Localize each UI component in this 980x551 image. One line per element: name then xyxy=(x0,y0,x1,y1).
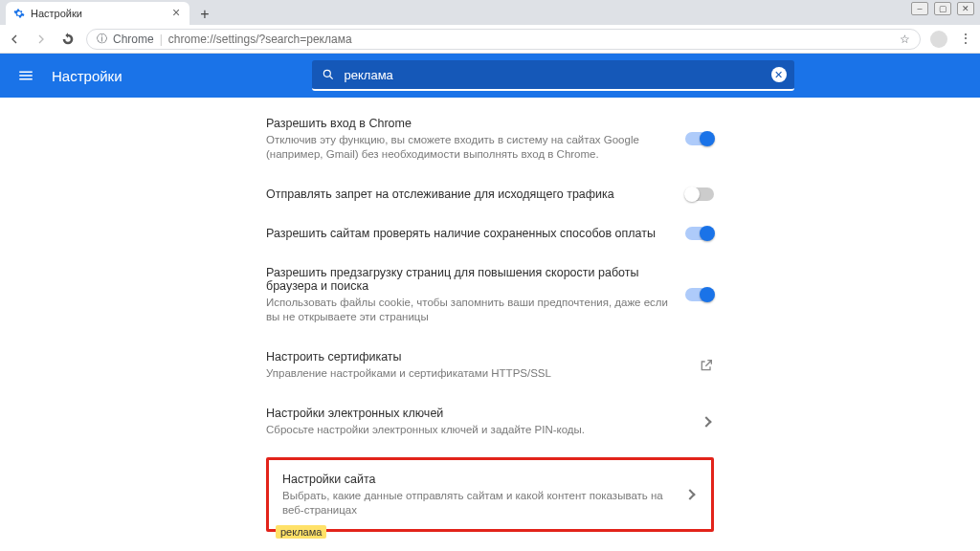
toggle-do-not-track[interactable] xyxy=(685,187,714,201)
tab-close-icon[interactable]: × xyxy=(170,8,182,19)
row-certificates[interactable]: Настроить сертификаты Управление настрой… xyxy=(266,337,714,393)
new-tab-button[interactable]: + xyxy=(195,6,214,25)
browser-tab-settings[interactable]: Настройки × xyxy=(6,2,189,25)
row-title: Настройки сайта xyxy=(282,473,675,486)
row-desc: Выбрать, какие данные отправлять сайтам … xyxy=(282,489,675,518)
highlighted-site-settings: Настройки сайта Выбрать, какие данные от… xyxy=(266,457,714,532)
search-match-tooltip: реклама xyxy=(276,525,326,539)
settings-title: Настройки xyxy=(52,68,122,84)
chevron-right-icon xyxy=(684,489,695,499)
window-close-icon[interactable]: ✕ xyxy=(957,2,974,15)
back-button[interactable] xyxy=(6,31,23,48)
row-site-settings[interactable]: Настройки сайта Выбрать, какие данные от… xyxy=(282,468,698,521)
reload-button[interactable] xyxy=(59,31,77,48)
browser-toolbar: ⓘ Chrome | chrome://settings/?search=рек… xyxy=(0,25,980,54)
site-info-icon[interactable]: ⓘ xyxy=(97,32,107,46)
row-desc: Использовать файлы cookie, чтобы запомни… xyxy=(266,296,674,324)
settings-card: Разрешить вход в Chrome Отключив эту фун… xyxy=(249,98,731,551)
row-do-not-track: Отправлять запрет на отслеживание для ис… xyxy=(266,174,714,213)
row-title: Разрешить сайтам проверять наличие сохра… xyxy=(266,227,674,240)
window-maximize-icon[interactable]: ▢ xyxy=(934,2,951,15)
profile-avatar[interactable] xyxy=(930,31,947,48)
chevron-right-icon xyxy=(701,416,711,427)
toggle-preload[interactable] xyxy=(685,288,714,301)
row-title: Разрешить вход в Chrome xyxy=(266,117,674,130)
row-title: Разрешить предзагрузку страниц для повыш… xyxy=(266,266,674,293)
browser-tab-strip: Настройки × + xyxy=(0,0,980,25)
row-clear-history[interactable]: реклама рию Удалить файлы cookie и данны… xyxy=(266,532,714,552)
window-minimize-icon[interactable]: – xyxy=(911,2,928,15)
row-desc: Отключив эту функцию, вы сможете входить… xyxy=(266,133,674,162)
row-chrome-signin: Разрешить вход в Chrome Отключив эту фун… xyxy=(266,103,714,174)
settings-header: Настройки реклама ✕ xyxy=(0,54,980,98)
toggle-chrome-signin[interactable] xyxy=(685,132,714,145)
external-link-icon xyxy=(699,358,714,373)
settings-search-input[interactable]: реклама ✕ xyxy=(312,60,794,91)
address-bar[interactable]: ⓘ Chrome | chrome://settings/?search=рек… xyxy=(86,29,921,50)
row-title: Настроить сертификаты xyxy=(266,350,687,364)
search-icon xyxy=(322,68,335,81)
row-preload: Разрешить предзагрузку страниц для повыш… xyxy=(266,253,714,337)
url-text: chrome://settings/?search=реклама xyxy=(168,33,352,46)
row-title: рию xyxy=(266,548,691,552)
menu-icon[interactable] xyxy=(17,67,34,84)
row-title: Отправлять запрет на отслеживание для ис… xyxy=(266,187,674,201)
search-value: реклама xyxy=(345,68,393,82)
row-title: Настройки электронных ключей xyxy=(266,407,691,420)
gear-icon xyxy=(13,8,25,19)
bookmark-star-icon[interactable]: ☆ xyxy=(900,33,910,46)
row-desc: Сбросьте настройки электронных ключей и … xyxy=(266,423,691,437)
url-prefix: Chrome xyxy=(113,33,154,46)
clear-search-icon[interactable]: ✕ xyxy=(771,67,787,82)
settings-content: Разрешить вход в Chrome Отключив эту фун… xyxy=(0,98,980,551)
row-security-keys[interactable]: Настройки электронных ключей Сбросьте на… xyxy=(266,393,714,450)
row-desc: Управление настройками и сертификатами H… xyxy=(266,366,687,381)
svg-point-0 xyxy=(323,70,330,77)
tab-title: Настройки xyxy=(31,8,82,19)
row-payment-check: Разрешить сайтам проверять наличие сохра… xyxy=(266,213,714,253)
browser-menu-icon[interactable]: ⋮ xyxy=(957,31,974,48)
toggle-payment-check[interactable] xyxy=(685,227,714,240)
forward-button[interactable] xyxy=(33,31,50,48)
